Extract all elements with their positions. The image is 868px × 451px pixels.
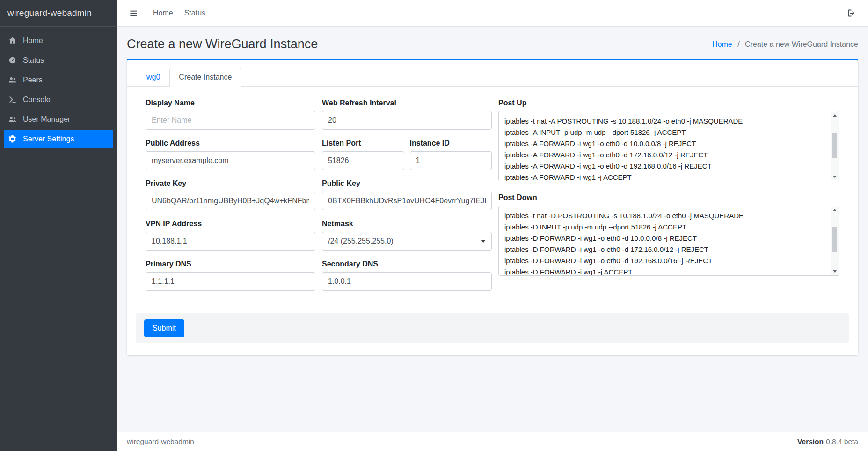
post-down-label: Post Down <box>498 193 839 202</box>
instance-card: wg0 Create Instance Display Name Public <box>127 59 858 355</box>
secondary-dns-label: Secondary DNS <box>322 260 492 268</box>
sidebar-nav: Home Status Peers Console User Manager S… <box>0 27 117 153</box>
vpn-ip-input[interactable] <box>146 232 315 251</box>
top-navbar: Home Status <box>117 0 868 27</box>
sidebar-item-status[interactable]: Status <box>4 51 113 69</box>
main-area: Home Status Create a new WireGuard Insta… <box>117 0 868 451</box>
public-key-label: Public Key <box>322 179 492 188</box>
sidebar-item-home[interactable]: Home <box>4 31 113 50</box>
display-name-label: Display Name <box>146 99 315 107</box>
private-key-input[interactable] <box>146 192 315 210</box>
scroll-up-icon[interactable] <box>833 114 837 117</box>
primary-dns-label: Primary DNS <box>146 260 315 268</box>
sidebar-item-console[interactable]: Console <box>4 90 113 109</box>
display-name-input[interactable] <box>146 111 315 130</box>
sidebar-item-user-manager[interactable]: User Manager <box>4 110 113 128</box>
card-tabs: wg0 Create Instance <box>127 60 858 87</box>
form-column-3: Post Up iptables -t nat -A POSTROUTING -… <box>498 99 839 300</box>
instance-form: Display Name Public Address Private Key <box>136 99 849 300</box>
page-title: Create a new WireGuard Instance <box>127 37 318 52</box>
terminal-icon <box>8 95 17 104</box>
sidebar-item-label: Server Settings <box>23 135 74 143</box>
scrollbar-thumb[interactable] <box>832 227 837 252</box>
netmask-select[interactable]: /24 (255.255.255.0) <box>322 232 492 251</box>
gear-icon <box>8 134 17 143</box>
listen-port-label: Listen Port <box>322 139 404 148</box>
sidebar-item-label: Home <box>23 37 43 45</box>
post-down-scrollbar[interactable] <box>831 207 839 275</box>
submit-button[interactable]: Submit <box>144 319 184 337</box>
page-footer: wireguard-webadmin Version0.8.4 beta <box>117 432 868 451</box>
primary-dns-input[interactable] <box>146 272 315 291</box>
sidebar-toggle-button[interactable] <box>126 6 141 21</box>
form-column-1: Display Name Public Address Private Key <box>146 99 315 300</box>
scroll-down-icon[interactable] <box>833 270 837 273</box>
post-up-scrollbar[interactable] <box>831 112 839 180</box>
sidebar-item-label: Console <box>23 96 51 104</box>
card-body: Display Name Public Address Private Key <box>127 87 858 355</box>
instance-id-input[interactable] <box>410 151 492 170</box>
form-column-2: Web Refresh Interval Listen Port Instanc… <box>322 99 492 300</box>
sidebar-item-peers[interactable]: Peers <box>4 71 113 89</box>
public-address-label: Public Address <box>146 139 315 148</box>
brand-link[interactable]: wireguard-webadmin <box>0 0 117 27</box>
topnav-links: Home Status <box>147 5 211 21</box>
post-up-textarea[interactable]: iptables -t nat -A POSTROUTING -s 10.188… <box>498 111 839 181</box>
breadcrumb: Home / Create a new WireGuard Instance <box>712 40 858 49</box>
post-up-text: iptables -t nat -A POSTROUTING -s 10.188… <box>499 111 839 181</box>
version-value: 0.8.4 beta <box>826 437 858 445</box>
web-refresh-interval-input[interactable] <box>322 111 492 130</box>
post-down-textarea[interactable]: iptables -t nat -D POSTROUTING -s 10.188… <box>498 206 839 276</box>
sidebar-item-label: Status <box>23 56 44 65</box>
private-key-label: Private Key <box>146 179 315 188</box>
footer-brand: wireguard-webadmin <box>127 437 194 446</box>
app-window: wireguard-webadmin Home Status Peers Con… <box>0 0 868 451</box>
public-key-input[interactable] <box>322 192 492 210</box>
scrollbar-thumb[interactable] <box>832 133 837 158</box>
breadcrumb-home-link[interactable]: Home <box>712 40 732 48</box>
nav-link-status[interactable]: Status <box>179 5 211 21</box>
listen-port-input[interactable] <box>322 151 404 170</box>
form-actions: Submit <box>136 313 849 343</box>
breadcrumb-separator: / <box>737 40 739 48</box>
page-header: Create a new WireGuard Instance Home / C… <box>117 27 868 59</box>
users-icon <box>8 115 17 124</box>
netmask-selected-value: /24 (255.255.255.0) <box>328 237 394 245</box>
version-text: Version0.8.4 beta <box>797 437 858 446</box>
nav-link-home[interactable]: Home <box>147 5 179 21</box>
scroll-up-icon[interactable] <box>833 209 837 211</box>
logout-button[interactable] <box>844 6 859 21</box>
public-address-input[interactable] <box>146 151 315 170</box>
sidebar-item-label: Peers <box>23 76 43 84</box>
instance-id-label: Instance ID <box>410 139 492 148</box>
breadcrumb-current: Create a new WireGuard Instance <box>745 40 858 48</box>
web-refresh-interval-label: Web Refresh Interval <box>322 99 492 107</box>
scroll-down-icon[interactable] <box>833 176 837 178</box>
tab-wg0[interactable]: wg0 <box>137 68 169 87</box>
vpn-ip-label: VPN IP Address <box>146 220 315 228</box>
netmask-label: Netmask <box>322 220 492 228</box>
content-area: Create a new WireGuard Instance Home / C… <box>117 27 868 451</box>
version-label: Version <box>797 437 824 445</box>
post-down-text: iptables -t nat -D POSTROUTING -s 10.188… <box>499 206 839 275</box>
secondary-dns-input[interactable] <box>322 272 492 291</box>
sidebar-item-label: User Manager <box>23 115 70 124</box>
home-icon <box>8 36 17 45</box>
tachometer-icon <box>8 56 17 65</box>
tab-create-instance[interactable]: Create Instance <box>169 68 241 87</box>
sidebar: wireguard-webadmin Home Status Peers Con… <box>0 0 117 451</box>
post-up-label: Post Up <box>498 99 839 107</box>
sidebar-item-server-settings[interactable]: Server Settings <box>4 130 113 148</box>
sign-out-icon <box>846 8 856 18</box>
hamburger-icon <box>129 9 138 18</box>
users-icon <box>8 75 17 84</box>
